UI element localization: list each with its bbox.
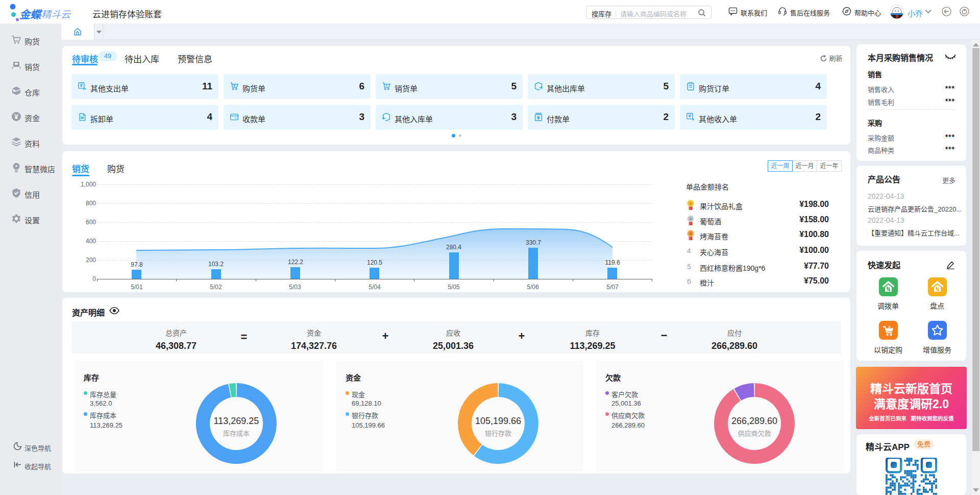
svg-text:2: 2 — [690, 217, 692, 221]
svg-text:1: 1 — [690, 201, 692, 206]
svg-text:3: 3 — [690, 231, 692, 236]
